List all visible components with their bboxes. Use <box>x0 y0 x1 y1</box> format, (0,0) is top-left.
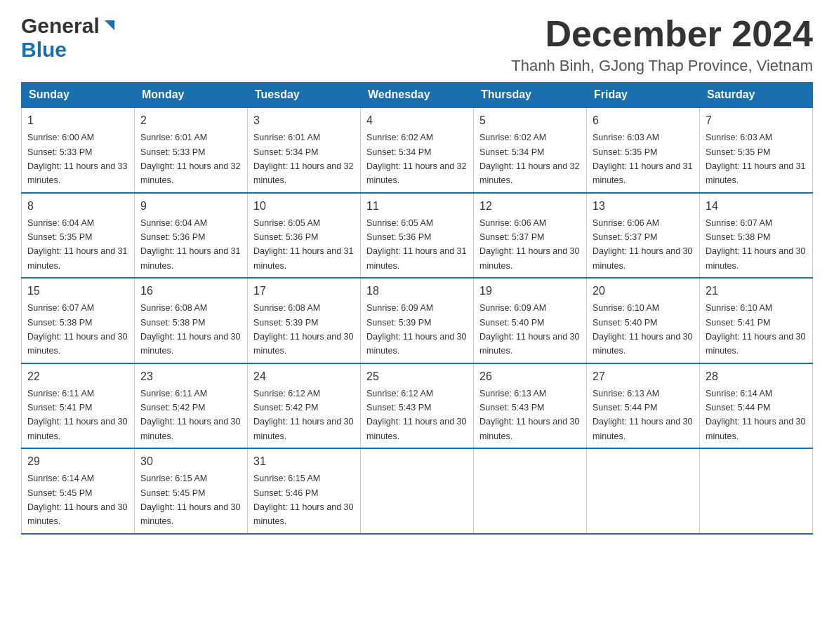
logo-blue-text: Blue <box>21 38 67 61</box>
day-number: 6 <box>593 112 694 129</box>
calendar-day-5: 5 Sunrise: 6:02 AMSunset: 5:34 PMDayligh… <box>474 107 587 193</box>
calendar-day-16: 16 Sunrise: 6:08 AMSunset: 5:38 PMDaylig… <box>135 278 248 363</box>
svg-marker-0 <box>105 20 114 30</box>
day-info: Sunrise: 6:12 AMSunset: 5:42 PMDaylight:… <box>253 389 353 441</box>
calendar-day-9: 9 Sunrise: 6:04 AMSunset: 5:36 PMDayligh… <box>135 193 248 279</box>
calendar-day-23: 23 Sunrise: 6:11 AMSunset: 5:42 PMDaylig… <box>135 363 248 449</box>
calendar-day-2: 2 Sunrise: 6:01 AMSunset: 5:33 PMDayligh… <box>135 107 248 193</box>
calendar-day-10: 10 Sunrise: 6:05 AMSunset: 5:36 PMDaylig… <box>248 193 361 279</box>
day-info: Sunrise: 6:15 AMSunset: 5:46 PMDaylight:… <box>253 474 353 526</box>
calendar-week-4: 22 Sunrise: 6:11 AMSunset: 5:41 PMDaylig… <box>22 363 813 449</box>
day-number: 23 <box>140 368 241 385</box>
day-info: Sunrise: 6:01 AMSunset: 5:34 PMDaylight:… <box>253 133 353 185</box>
day-number: 5 <box>479 112 581 129</box>
day-info: Sunrise: 6:06 AMSunset: 5:37 PMDaylight:… <box>593 218 692 271</box>
day-number: 7 <box>706 112 807 129</box>
day-number: 3 <box>253 112 355 129</box>
col-friday: Friday <box>587 83 700 108</box>
day-number: 10 <box>253 198 355 215</box>
calendar-day-22: 22 Sunrise: 6:11 AMSunset: 5:41 PMDaylig… <box>22 363 135 449</box>
calendar-day-empty <box>700 448 813 534</box>
calendar-week-5: 29 Sunrise: 6:14 AMSunset: 5:45 PMDaylig… <box>22 448 813 534</box>
calendar-week-2: 8 Sunrise: 6:04 AMSunset: 5:35 PMDayligh… <box>22 193 813 279</box>
calendar-day-13: 13 Sunrise: 6:06 AMSunset: 5:37 PMDaylig… <box>587 193 700 279</box>
calendar-day-27: 27 Sunrise: 6:13 AMSunset: 5:44 PMDaylig… <box>587 363 700 449</box>
calendar-day-24: 24 Sunrise: 6:12 AMSunset: 5:42 PMDaylig… <box>248 363 361 449</box>
day-info: Sunrise: 6:08 AMSunset: 5:38 PMDaylight:… <box>140 303 240 356</box>
month-title: December 2024 <box>511 14 813 54</box>
day-number: 16 <box>140 283 241 300</box>
logo-triangle-icon <box>102 18 117 36</box>
day-info: Sunrise: 6:01 AMSunset: 5:33 PMDaylight:… <box>140 133 240 185</box>
day-number: 4 <box>366 112 468 129</box>
location-title: Thanh Binh, GJong Thap Province, Vietnam <box>511 57 813 75</box>
calendar-day-18: 18 Sunrise: 6:09 AMSunset: 5:39 PMDaylig… <box>361 278 474 363</box>
calendar-day-25: 25 Sunrise: 6:12 AMSunset: 5:43 PMDaylig… <box>361 363 474 449</box>
calendar-week-3: 15 Sunrise: 6:07 AMSunset: 5:38 PMDaylig… <box>22 278 813 363</box>
day-info: Sunrise: 6:10 AMSunset: 5:40 PMDaylight:… <box>593 303 692 356</box>
col-sunday: Sunday <box>22 83 135 108</box>
day-info: Sunrise: 6:11 AMSunset: 5:42 PMDaylight:… <box>140 389 240 441</box>
calendar-day-6: 6 Sunrise: 6:03 AMSunset: 5:35 PMDayligh… <box>587 107 700 193</box>
day-number: 27 <box>593 368 694 385</box>
day-number: 11 <box>366 198 468 215</box>
day-number: 29 <box>27 453 128 470</box>
day-number: 15 <box>27 283 128 300</box>
calendar-day-19: 19 Sunrise: 6:09 AMSunset: 5:40 PMDaylig… <box>474 278 587 363</box>
col-monday: Monday <box>135 83 248 108</box>
day-info: Sunrise: 6:05 AMSunset: 5:36 PMDaylight:… <box>253 218 353 271</box>
day-number: 24 <box>253 368 355 385</box>
calendar-day-30: 30 Sunrise: 6:15 AMSunset: 5:45 PMDaylig… <box>135 448 248 534</box>
day-info: Sunrise: 6:04 AMSunset: 5:36 PMDaylight:… <box>140 218 240 271</box>
day-info: Sunrise: 6:09 AMSunset: 5:39 PMDaylight:… <box>366 303 466 356</box>
day-info: Sunrise: 6:14 AMSunset: 5:45 PMDaylight:… <box>27 474 127 526</box>
day-number: 20 <box>593 283 694 300</box>
day-info: Sunrise: 6:07 AMSunset: 5:38 PMDaylight:… <box>706 218 805 271</box>
calendar-table: Sunday Monday Tuesday Wednesday Thursday… <box>21 82 813 535</box>
title-block: December 2024 Thanh Binh, GJong Thap Pro… <box>511 14 813 75</box>
col-wednesday: Wednesday <box>361 83 474 108</box>
calendar-header-row: Sunday Monday Tuesday Wednesday Thursday… <box>22 83 813 108</box>
day-info: Sunrise: 6:03 AMSunset: 5:35 PMDaylight:… <box>706 133 805 185</box>
col-thursday: Thursday <box>474 83 587 108</box>
day-number: 21 <box>706 283 807 300</box>
day-number: 25 <box>366 368 468 385</box>
calendar-day-12: 12 Sunrise: 6:06 AMSunset: 5:37 PMDaylig… <box>474 193 587 279</box>
calendar-day-empty <box>474 448 587 534</box>
calendar-day-14: 14 Sunrise: 6:07 AMSunset: 5:38 PMDaylig… <box>700 193 813 279</box>
day-number: 13 <box>593 198 694 215</box>
day-info: Sunrise: 6:13 AMSunset: 5:43 PMDaylight:… <box>479 389 579 441</box>
calendar-day-28: 28 Sunrise: 6:14 AMSunset: 5:44 PMDaylig… <box>700 363 813 449</box>
calendar-day-4: 4 Sunrise: 6:02 AMSunset: 5:34 PMDayligh… <box>361 107 474 193</box>
day-info: Sunrise: 6:12 AMSunset: 5:43 PMDaylight:… <box>366 389 466 441</box>
calendar-day-29: 29 Sunrise: 6:14 AMSunset: 5:45 PMDaylig… <box>22 448 135 534</box>
day-info: Sunrise: 6:09 AMSunset: 5:40 PMDaylight:… <box>479 303 579 356</box>
calendar-day-8: 8 Sunrise: 6:04 AMSunset: 5:35 PMDayligh… <box>22 193 135 279</box>
calendar-day-1: 1 Sunrise: 6:00 AMSunset: 5:33 PMDayligh… <box>22 107 135 193</box>
day-number: 17 <box>253 283 355 300</box>
day-info: Sunrise: 6:14 AMSunset: 5:44 PMDaylight:… <box>706 389 805 441</box>
day-number: 14 <box>706 198 807 215</box>
calendar-day-3: 3 Sunrise: 6:01 AMSunset: 5:34 PMDayligh… <box>248 107 361 193</box>
logo-general-text: General <box>21 14 100 38</box>
logo: General Blue <box>21 14 117 62</box>
page-header: General Blue December 2024 Thanh Binh, G… <box>21 14 813 75</box>
day-info: Sunrise: 6:10 AMSunset: 5:41 PMDaylight:… <box>706 303 805 356</box>
day-info: Sunrise: 6:07 AMSunset: 5:38 PMDaylight:… <box>27 303 127 356</box>
day-info: Sunrise: 6:05 AMSunset: 5:36 PMDaylight:… <box>366 218 466 271</box>
day-number: 12 <box>479 198 581 215</box>
calendar-day-17: 17 Sunrise: 6:08 AMSunset: 5:39 PMDaylig… <box>248 278 361 363</box>
day-info: Sunrise: 6:08 AMSunset: 5:39 PMDaylight:… <box>253 303 353 356</box>
calendar-week-1: 1 Sunrise: 6:00 AMSunset: 5:33 PMDayligh… <box>22 107 813 193</box>
calendar-day-21: 21 Sunrise: 6:10 AMSunset: 5:41 PMDaylig… <box>700 278 813 363</box>
day-number: 18 <box>366 283 468 300</box>
day-info: Sunrise: 6:02 AMSunset: 5:34 PMDaylight:… <box>479 133 579 185</box>
calendar-day-empty <box>361 448 474 534</box>
day-info: Sunrise: 6:00 AMSunset: 5:33 PMDaylight:… <box>27 133 127 185</box>
day-number: 1 <box>27 112 128 129</box>
day-info: Sunrise: 6:15 AMSunset: 5:45 PMDaylight:… <box>140 474 240 526</box>
day-info: Sunrise: 6:11 AMSunset: 5:41 PMDaylight:… <box>27 389 127 441</box>
calendar-day-11: 11 Sunrise: 6:05 AMSunset: 5:36 PMDaylig… <box>361 193 474 279</box>
day-info: Sunrise: 6:03 AMSunset: 5:35 PMDaylight:… <box>593 133 692 185</box>
calendar-day-empty <box>587 448 700 534</box>
